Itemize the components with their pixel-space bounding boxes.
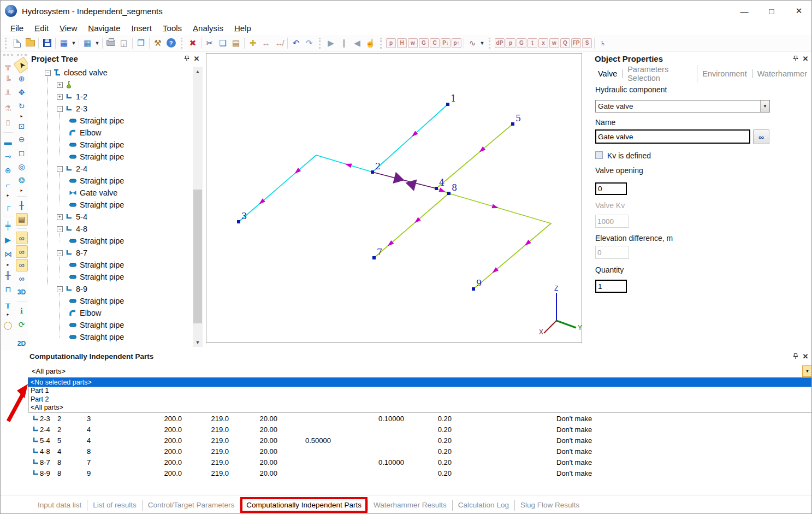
dropdown-option[interactable]: Part 1 <box>28 387 811 395</box>
chart-button[interactable]: ∿ <box>466 37 479 50</box>
undo-button[interactable]: ↶ <box>289 37 303 50</box>
insert-outlet-button[interactable]: ⊕ <box>2 164 14 177</box>
insert-pipe-button[interactable]: ▬ <box>2 135 14 149</box>
insert-inlet-button[interactable]: ⊸ <box>2 150 14 163</box>
result-g-button[interactable]: G <box>517 38 526 48</box>
tree-item-2-4[interactable]: −2-4 <box>57 163 87 175</box>
plot-p-down-button[interactable]: P↓ <box>441 38 451 48</box>
plot-p-up-button[interactable]: p↑ <box>452 38 461 48</box>
canvas-node-4[interactable] <box>435 187 438 190</box>
collapse-icon[interactable]: − <box>57 106 63 112</box>
canvas-node-8[interactable] <box>447 192 451 195</box>
pin-icon[interactable] <box>182 54 192 63</box>
menu-view[interactable]: View <box>54 22 82 34</box>
result-q-button[interactable]: Q <box>560 38 570 48</box>
insert-bend-button[interactable]: ┌ <box>2 199 14 212</box>
zoom-window-button[interactable]: ⊡ <box>16 120 28 132</box>
tree-item-straight-pipe[interactable]: Straight pipe <box>69 235 124 247</box>
dropdown-option[interactable]: Part 2 <box>28 395 811 404</box>
minimize-button[interactable]: — <box>731 1 758 21</box>
pan-button[interactable]: ✥ <box>16 86 28 98</box>
parts-filter-combo[interactable]: <All parts> ▼ <box>28 365 812 377</box>
tree-item-1-2[interactable]: +1-2 <box>57 91 87 103</box>
canvas-node-9[interactable] <box>472 287 475 291</box>
result-dp-button[interactable]: dP <box>495 38 505 48</box>
new-document-button[interactable] <box>10 37 23 50</box>
table-row-5-4[interactable]: 5-454200.0219.020.000.500000.20Don't mak… <box>1 435 812 446</box>
close-button[interactable]: ✕ <box>785 1 812 21</box>
hydraulic-component-combo[interactable]: Gate valve ▼ <box>595 100 770 113</box>
calculation-button[interactable]: ▦ <box>57 37 70 50</box>
ruler-button[interactable]: ▤ <box>16 213 28 226</box>
valve-opening-input[interactable] <box>595 182 627 195</box>
insert-tee-button[interactable]: ╦ <box>2 59 14 72</box>
result-t-button[interactable]: t <box>527 38 537 48</box>
insert-flange-button[interactable]: ◯ <box>2 318 14 332</box>
segment-8-9[interactable] <box>449 193 551 289</box>
plot-c-button[interactable]: C <box>430 38 440 48</box>
tab-parameters-selection[interactable]: Parameters Selection <box>623 65 697 82</box>
view-2d-button[interactable]: 2D <box>16 337 28 350</box>
result-s-button[interactable]: S <box>582 38 592 48</box>
redo-button[interactable]: ↷ <box>303 37 316 50</box>
result-w-button[interactable]: w <box>549 38 559 48</box>
bottom-tab-list-of-results[interactable]: List of results <box>87 499 142 511</box>
tree-item-elbow[interactable]: Elbow <box>69 307 102 319</box>
canvas-node-1[interactable] <box>446 103 449 106</box>
insert-equipment-more[interactable]: ▸ <box>2 311 14 317</box>
insert-elbow-more[interactable]: ▸ <box>2 192 14 198</box>
tools-button[interactable]: ⚒ <box>151 37 164 50</box>
result-fp-button[interactable]: FP <box>571 38 581 48</box>
info-button[interactable]: ℹ <box>16 305 28 317</box>
tree-item-5-4[interactable]: +5-4 <box>57 211 87 223</box>
insert-nozzle-button[interactable]: ╨ <box>2 87 14 101</box>
open-button[interactable] <box>23 37 37 50</box>
tree-item-elbow[interactable]: Elbow <box>69 127 102 139</box>
zoom-search-button[interactable]: ◎ <box>16 160 28 173</box>
view-3d-button[interactable]: 3D <box>16 286 28 299</box>
menu-analysis[interactable]: Analysis <box>187 22 229 34</box>
bottom-tab-waterhammer-results[interactable]: Waterhammer Results <box>368 499 452 511</box>
insert-valve-button[interactable]: ⋈ <box>2 247 14 261</box>
help-button[interactable]: ? <box>164 37 177 50</box>
close-icon[interactable]: ✕ <box>801 351 810 361</box>
scroll-down-icon[interactable]: ▼ <box>193 338 203 347</box>
tree-item-8-7[interactable]: −8-7 <box>57 247 87 259</box>
zoom-in-button[interactable]: ⊕ <box>16 73 28 85</box>
tree-item-8-9[interactable]: −8-9 <box>57 283 87 295</box>
close-icon[interactable]: ✕ <box>192 54 201 63</box>
tree-item-4-8[interactable]: −4-8 <box>57 223 87 235</box>
tab-waterhammer[interactable]: Waterhammer <box>752 69 812 78</box>
axes-button[interactable]: ╂ <box>16 199 28 212</box>
insert-pump-button[interactable]: ▶ <box>2 233 14 246</box>
menu-tools[interactable]: Tools <box>157 22 187 34</box>
segment-5-4[interactable] <box>436 124 513 188</box>
menu-file[interactable]: File <box>5 22 29 34</box>
plot-h-button[interactable]: H <box>397 38 407 48</box>
rotate-more[interactable]: ▸ <box>16 113 28 119</box>
chart-dropdown[interactable]: ▼ <box>479 37 485 50</box>
copy-button[interactable]: ❏ <box>216 37 229 50</box>
name-input[interactable] <box>595 129 750 144</box>
segment-8-7[interactable] <box>374 193 449 258</box>
canvas-node-3[interactable] <box>237 220 240 223</box>
menu-navigate[interactable]: Navigate <box>82 22 126 34</box>
paste-button[interactable]: ▤ <box>229 37 242 50</box>
segment-2-3[interactable] <box>239 155 372 222</box>
orbit-button[interactable]: ❂ <box>16 174 28 186</box>
tab-environment[interactable]: Environment <box>697 69 752 78</box>
expand-icon[interactable]: + <box>57 94 63 100</box>
tree-item-straight-pipe[interactable]: Straight pipe <box>69 115 124 127</box>
table-row-2-4[interactable]: 2-424200.0219.020.000.20Don't make <box>1 424 812 435</box>
menu-edit[interactable]: Edit <box>29 22 54 34</box>
find-measure-button[interactable]: ∞ <box>16 273 28 285</box>
delete-button[interactable]: ✖ <box>186 37 199 50</box>
refresh-button[interactable]: ⟳ <box>16 318 28 331</box>
table-view-button[interactable]: ▦ <box>81 37 94 50</box>
print-button[interactable] <box>104 37 117 50</box>
quantity-input[interactable] <box>595 280 627 293</box>
print-preview-button[interactable]: ◲ <box>117 37 131 50</box>
tree-item-closed-valve[interactable]: −closed valve <box>45 67 108 79</box>
insert-orifice-button[interactable]: ╪ <box>2 219 14 232</box>
collapse-icon[interactable]: − <box>57 166 63 172</box>
